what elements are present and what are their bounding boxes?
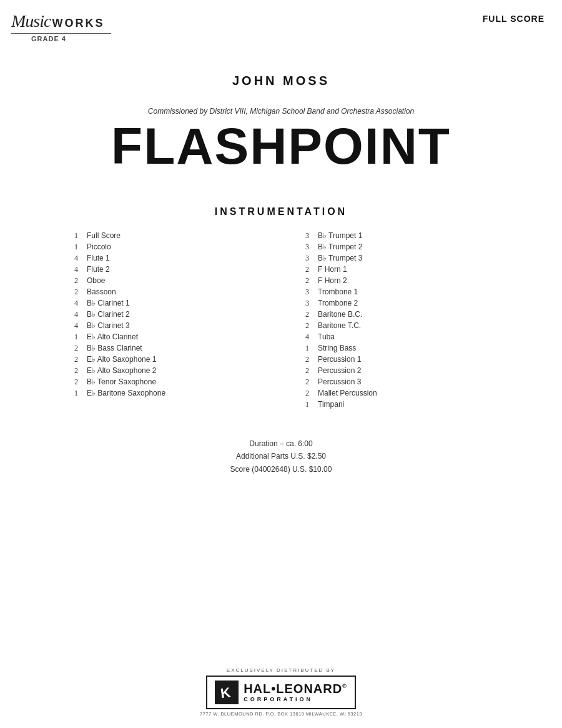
instr-row: 2Percussion 2: [297, 366, 496, 376]
instr-row: 4B♭ Clarinet 2: [66, 310, 265, 319]
logo-music-works: Music WORKS: [11, 11, 104, 31]
instr-name: B♭ Bass Clarinet: [87, 344, 142, 352]
instr-qty: 2: [297, 276, 309, 286]
top-bar: Music WORKS GRADE 4 FULL SCORE: [0, 0, 562, 42]
instr-qty: 2: [66, 366, 78, 376]
instr-qty: 2: [297, 321, 309, 331]
instr-row: 2Percussion 3: [297, 377, 496, 387]
instr-name: E♭ Alto Clarinet: [87, 332, 138, 341]
instr-qty: 3: [297, 254, 309, 263]
instrumentation-right-column: 3B♭ Trumpet 13B♭ Trumpet 23B♭ Trumpet 32…: [297, 231, 496, 411]
instr-name: E♭ Alto Saxophone 1: [87, 355, 156, 364]
instr-name: E♭ Baritone Saxophone: [87, 389, 165, 397]
instr-name: Percussion 1: [318, 355, 361, 364]
instr-name: Tuba: [318, 332, 335, 341]
instr-qty: 1: [66, 389, 78, 398]
composer-name: JOHN MOSS: [0, 74, 562, 88]
commissioned-text: Commissioned by District VIII, Michigan …: [25, 107, 537, 116]
instr-row: 2Bassoon: [66, 287, 265, 297]
instr-qty: 3: [297, 287, 309, 297]
additional-parts-text: Additional Parts U.S. $2.50: [0, 450, 562, 462]
hl-text-block: HAL•LEONARD® CORPORATION: [244, 682, 347, 702]
hl-slash-icon: K: [218, 684, 235, 701]
instr-row: 4B♭ Clarinet 3: [66, 321, 265, 331]
hal-leonard-name: HAL•LEONARD®: [244, 682, 347, 695]
instr-row: 1Piccolo: [66, 242, 265, 252]
instr-name: Timpani: [318, 400, 344, 409]
instr-qty: 1: [66, 231, 78, 241]
instr-name: F Horn 1: [318, 265, 347, 274]
instr-row: 3B♭ Trumpet 2: [297, 242, 496, 252]
instr-name: B♭ Clarinet 1: [87, 299, 130, 307]
instr-qty: 3: [297, 242, 309, 252]
instr-qty: 1: [297, 344, 309, 353]
instr-name: Trombone 1: [318, 287, 358, 296]
instr-qty: 2: [297, 265, 309, 274]
instr-qty: 4: [66, 254, 78, 263]
instr-name: B♭ Trumpet 1: [318, 231, 362, 240]
instr-name: E♭ Alto Saxophone 2: [87, 366, 156, 375]
instrumentation-heading: INSTRUMENTATION: [50, 206, 512, 217]
instr-qty: 4: [66, 310, 78, 319]
instr-name: Baritone B.C.: [318, 310, 362, 319]
logo-grade: GRADE 4: [31, 35, 66, 42]
hal-leonard-icon: K: [215, 681, 239, 704]
logo-music: Music: [11, 11, 51, 31]
instr-row: 3B♭ Trumpet 3: [297, 254, 496, 263]
instr-name: B♭ Clarinet 3: [87, 321, 130, 330]
instr-qty: 1: [297, 400, 309, 409]
instr-qty: 2: [66, 377, 78, 387]
instr-row: 2Oboe: [66, 276, 265, 286]
instr-row: 2B♭ Tenor Saxophone: [66, 377, 265, 387]
logo-area: Music WORKS GRADE 4: [11, 11, 111, 42]
instr-qty: 2: [297, 377, 309, 387]
instr-name: Flute 2: [87, 265, 110, 274]
instr-name: Piccolo: [87, 242, 111, 251]
footer: EXCLUSIVELY DISTRIBUTED BY K HAL•LEONARD…: [0, 667, 562, 717]
instr-row: 2E♭ Alto Saxophone 2: [66, 366, 265, 376]
instr-name: Percussion 2: [318, 366, 361, 375]
instr-row: 1String Bass: [297, 344, 496, 353]
instr-row: 3Trombone 1: [297, 287, 496, 297]
instrumentation-grid: 1Full Score1Piccolo4Flute 14Flute 22Oboe…: [50, 231, 512, 411]
instr-qty: 4: [66, 265, 78, 274]
instr-row: 2F Horn 2: [297, 276, 496, 286]
title-section: Commissioned by District VIII, Michigan …: [0, 107, 562, 172]
instr-qty: 2: [297, 310, 309, 319]
instr-row: 2Baritone B.C.: [297, 310, 496, 319]
instr-name: Percussion 3: [318, 377, 361, 386]
hal-leonard-box: K HAL•LEONARD® CORPORATION: [206, 676, 356, 709]
instr-name: String Bass: [318, 344, 356, 352]
instr-name: Bassoon: [87, 287, 116, 296]
instr-qty: 1: [66, 332, 78, 342]
instr-name: Oboe: [87, 276, 105, 285]
instr-row: 1Timpani: [297, 400, 496, 409]
instr-row: 2F Horn 1: [297, 265, 496, 274]
instrumentation-section: INSTRUMENTATION 1Full Score1Piccolo4Flut…: [0, 206, 562, 411]
instr-qty: 4: [297, 332, 309, 342]
instr-qty: 1: [66, 242, 78, 252]
logo-underline: [11, 33, 111, 34]
instr-row: 1E♭ Alto Clarinet: [66, 332, 265, 342]
hl-address: 7777 W. BLUEMOUND RD. P.O. BOX 13819 MIL…: [200, 711, 362, 717]
instr-name: Mallet Percussion: [318, 389, 377, 397]
instr-name: Baritone T.C.: [318, 321, 361, 330]
instr-name: B♭ Trumpet 3: [318, 254, 362, 262]
instr-row: 1E♭ Baritone Saxophone: [66, 389, 265, 398]
instr-qty: 2: [297, 366, 309, 376]
instr-row: 3Trombone 2: [297, 299, 496, 308]
instr-qty: 2: [66, 276, 78, 286]
instrumentation-left-column: 1Full Score1Piccolo4Flute 14Flute 22Oboe…: [66, 231, 265, 411]
logo-works: WORKS: [52, 17, 104, 30]
instr-qty: 3: [297, 299, 309, 308]
full-score-label: FULL SCORE: [483, 11, 545, 24]
instr-row: 1Full Score: [66, 231, 265, 241]
instr-row: 4Tuba: [297, 332, 496, 342]
instr-qty: 2: [66, 355, 78, 364]
instr-name: B♭ Clarinet 2: [87, 310, 130, 319]
instr-qty: 2: [66, 344, 78, 353]
instr-row: 4Flute 1: [66, 254, 265, 263]
instr-qty: 2: [297, 355, 309, 364]
instr-name: Flute 1: [87, 254, 110, 262]
instr-row: 4B♭ Clarinet 1: [66, 299, 265, 308]
